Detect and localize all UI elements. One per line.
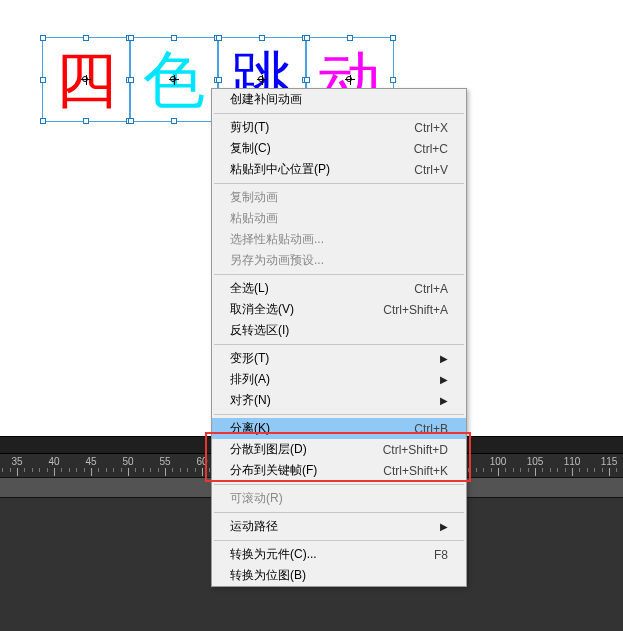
- selection-handle[interactable]: [128, 35, 134, 41]
- selection-handle[interactable]: [216, 77, 222, 83]
- menu-item[interactable]: 反转选区(I): [212, 320, 466, 341]
- menu-item[interactable]: 全选(L)Ctrl+A: [212, 278, 466, 299]
- menu-item-label: 排列(A): [230, 371, 270, 388]
- menu-item: 粘贴动画: [212, 208, 466, 229]
- menu-separator: [214, 113, 464, 114]
- selection-handle[interactable]: [304, 35, 310, 41]
- selection-handle[interactable]: [40, 118, 46, 124]
- menu-item-label: 分散到图层(D): [230, 441, 307, 458]
- menu-item[interactable]: 运动路径▶: [212, 516, 466, 537]
- menu-item-label: 粘贴到中心位置(P): [230, 161, 330, 178]
- selected-text-object-1[interactable]: 色: [130, 37, 218, 122]
- selection-handle[interactable]: [347, 35, 353, 41]
- selection-handle[interactable]: [171, 118, 177, 124]
- menu-item[interactable]: 粘贴到中心位置(P)Ctrl+V: [212, 159, 466, 180]
- menu-separator: [214, 540, 464, 541]
- menu-item-shortcut: Ctrl+Shift+K: [383, 464, 448, 478]
- menu-item-label: 剪切(T): [230, 119, 269, 136]
- menu-item[interactable]: 分离(K)Ctrl+B: [212, 418, 466, 439]
- selection-handle[interactable]: [40, 77, 46, 83]
- registration-point-icon: [81, 75, 91, 85]
- chevron-right-icon: ▶: [440, 353, 448, 364]
- menu-item-shortcut: F8: [434, 548, 448, 562]
- selection-handle[interactable]: [83, 35, 89, 41]
- menu-item-shortcut: Ctrl+B: [414, 422, 448, 436]
- menu-separator: [214, 484, 464, 485]
- registration-point-icon: [345, 75, 355, 85]
- menu-item-shortcut: Ctrl+Shift+A: [383, 303, 448, 317]
- menu-separator: [214, 344, 464, 345]
- menu-item-label: 全选(L): [230, 280, 269, 297]
- ruler-frame-label: 45: [85, 456, 96, 467]
- menu-item-label: 粘贴动画: [230, 210, 278, 227]
- ruler-frame-label: 40: [48, 456, 59, 467]
- menu-item[interactable]: 分布到关键帧(F)Ctrl+Shift+K: [212, 460, 466, 481]
- selection-handle[interactable]: [128, 118, 134, 124]
- menu-item-label: 变形(T): [230, 350, 269, 367]
- menu-item-shortcut: Ctrl+C: [414, 142, 448, 156]
- selection-handle[interactable]: [259, 35, 265, 41]
- selected-text-object-0[interactable]: 四: [42, 37, 130, 122]
- menu-item[interactable]: 转换为元件(C)...F8: [212, 544, 466, 565]
- ruler-frame-label: 105: [527, 456, 544, 467]
- menu-item-label: 转换为位图(B): [230, 567, 306, 584]
- menu-item[interactable]: 剪切(T)Ctrl+X: [212, 117, 466, 138]
- menu-item[interactable]: 对齐(N)▶: [212, 390, 466, 411]
- menu-item[interactable]: 复制(C)Ctrl+C: [212, 138, 466, 159]
- menu-item[interactable]: 排列(A)▶: [212, 369, 466, 390]
- ruler-frame-label: 110: [564, 456, 581, 467]
- selection-handle[interactable]: [216, 35, 222, 41]
- chevron-right-icon: ▶: [440, 521, 448, 532]
- selection-handle[interactable]: [128, 77, 134, 83]
- menu-item: 选择性粘贴动画...: [212, 229, 466, 250]
- ruler-frame-label: 35: [11, 456, 22, 467]
- menu-item-label: 创建补间动画: [230, 91, 302, 108]
- menu-item[interactable]: 创建补间动画: [212, 89, 466, 110]
- ruler-frame-label: 55: [159, 456, 170, 467]
- menu-item-label: 分离(K): [230, 420, 270, 437]
- registration-point-icon: [257, 75, 267, 85]
- chevron-right-icon: ▶: [440, 395, 448, 406]
- menu-item-label: 反转选区(I): [230, 322, 289, 339]
- menu-item-label: 转换为元件(C)...: [230, 546, 317, 563]
- menu-item-label: 分布到关键帧(F): [230, 462, 317, 479]
- menu-item[interactable]: 转换为位图(B): [212, 565, 466, 586]
- menu-item-label: 复制(C): [230, 140, 271, 157]
- ruler-frame-label: 115: [601, 456, 618, 467]
- menu-item-label: 选择性粘贴动画...: [230, 231, 324, 248]
- menu-separator: [214, 183, 464, 184]
- selection-handle[interactable]: [390, 77, 396, 83]
- selection-handle[interactable]: [390, 35, 396, 41]
- menu-item: 复制动画: [212, 187, 466, 208]
- menu-item-label: 另存为动画预设...: [230, 252, 324, 269]
- menu-item: 可滚动(R): [212, 488, 466, 509]
- context-menu: 创建补间动画剪切(T)Ctrl+X复制(C)Ctrl+C粘贴到中心位置(P)Ct…: [211, 88, 467, 587]
- menu-item[interactable]: 分散到图层(D)Ctrl+Shift+D: [212, 439, 466, 460]
- selection-handle[interactable]: [40, 35, 46, 41]
- selection-handle[interactable]: [83, 118, 89, 124]
- menu-item: 另存为动画预设...: [212, 250, 466, 271]
- chevron-right-icon: ▶: [440, 374, 448, 385]
- registration-point-icon: [169, 75, 179, 85]
- menu-item-label: 对齐(N): [230, 392, 271, 409]
- ruler-frame-label: 50: [122, 456, 133, 467]
- menu-separator: [214, 512, 464, 513]
- menu-item-shortcut: Ctrl+V: [414, 163, 448, 177]
- ruler-frame-label: 100: [490, 456, 507, 467]
- menu-item-label: 复制动画: [230, 189, 278, 206]
- menu-item-label: 取消全选(V): [230, 301, 294, 318]
- menu-item-label: 运动路径: [230, 518, 278, 535]
- menu-item[interactable]: 变形(T)▶: [212, 348, 466, 369]
- selection-handle[interactable]: [304, 77, 310, 83]
- menu-item-shortcut: Ctrl+Shift+D: [383, 443, 448, 457]
- menu-item-shortcut: Ctrl+X: [414, 121, 448, 135]
- menu-separator: [214, 414, 464, 415]
- menu-item[interactable]: 取消全选(V)Ctrl+Shift+A: [212, 299, 466, 320]
- menu-separator: [214, 274, 464, 275]
- menu-item-shortcut: Ctrl+A: [414, 282, 448, 296]
- selection-handle[interactable]: [171, 35, 177, 41]
- menu-item-label: 可滚动(R): [230, 490, 283, 507]
- ruler-frame-label: 60: [196, 456, 207, 467]
